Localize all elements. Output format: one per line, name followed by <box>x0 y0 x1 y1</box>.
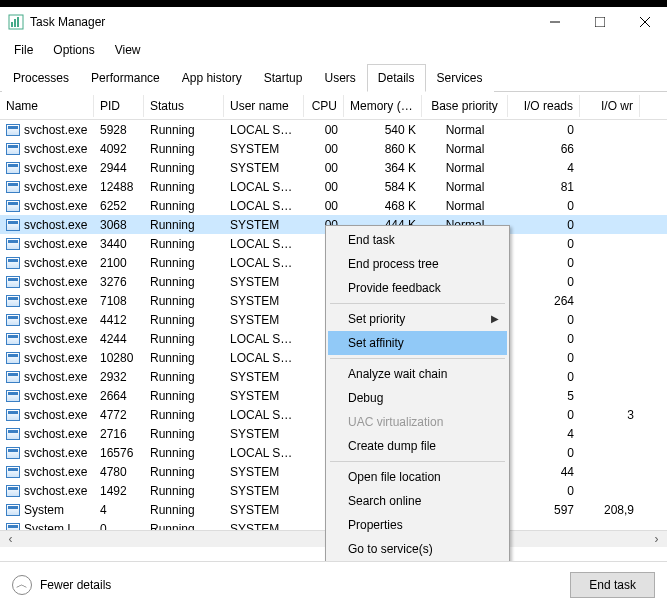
cell-iowr <box>580 129 640 131</box>
menu-item-create-dump-file[interactable]: Create dump file <box>328 434 507 458</box>
table-row[interactable]: svchost.exe6252RunningLOCAL SE...00468 K… <box>0 196 667 215</box>
column-header[interactable]: PID <box>94 95 144 117</box>
process-icon <box>6 390 20 402</box>
cell-pid: 2944 <box>94 160 144 176</box>
cell-pid: 3068 <box>94 217 144 233</box>
cell-user: LOCAL SE... <box>224 179 304 195</box>
cell-ioreads: 0 <box>508 312 580 328</box>
cell-cpu: 00 <box>304 122 344 138</box>
menu-item-properties[interactable]: Properties <box>328 513 507 537</box>
scroll-left-icon[interactable]: ‹ <box>2 532 19 547</box>
cell-pid: 4092 <box>94 141 144 157</box>
column-header[interactable]: I/O reads <box>508 95 580 117</box>
table-row[interactable]: svchost.exe12488RunningLOCAL SE...00584 … <box>0 177 667 196</box>
cell-status: Running <box>144 369 224 385</box>
cell-user: LOCAL SE... <box>224 331 304 347</box>
cell-prio: Normal <box>422 160 508 176</box>
cell-user: SYSTEM <box>224 217 304 233</box>
cell-status: Running <box>144 426 224 442</box>
tab-details[interactable]: Details <box>367 64 426 92</box>
cell-user: SYSTEM <box>224 141 304 157</box>
cell-name: svchost.exe <box>0 255 94 271</box>
svg-rect-5 <box>595 17 605 27</box>
menu-item-search-online[interactable]: Search online <box>328 489 507 513</box>
menu-item-open-file-location[interactable]: Open file location <box>328 465 507 489</box>
cell-iowr <box>580 528 640 530</box>
cell-name: System <box>0 502 94 518</box>
end-task-button[interactable]: End task <box>570 572 655 598</box>
menu-item-provide-feedback[interactable]: Provide feedback <box>328 276 507 300</box>
menu-item-debug[interactable]: Debug <box>328 386 507 410</box>
table-row[interactable]: svchost.exe5928RunningLOCAL SE...00540 K… <box>0 120 667 139</box>
column-header[interactable]: I/O wr <box>580 95 640 117</box>
column-header[interactable]: Name <box>0 95 94 117</box>
cell-pid: 2716 <box>94 426 144 442</box>
menu-item-set-affinity[interactable]: Set affinity <box>328 331 507 355</box>
cell-user: LOCAL SE... <box>224 198 304 214</box>
cell-iowr <box>580 224 640 226</box>
tab-users[interactable]: Users <box>313 64 366 92</box>
menu-item-end-task[interactable]: End task <box>328 228 507 252</box>
cell-user: LOCAL SE... <box>224 255 304 271</box>
menu-item-go-to-service-s-[interactable]: Go to service(s) <box>328 537 507 561</box>
cell-name: svchost.exe <box>0 141 94 157</box>
close-button[interactable] <box>622 7 667 37</box>
cell-pid: 2100 <box>94 255 144 271</box>
menu-item-analyze-wait-chain[interactable]: Analyze wait chain <box>328 362 507 386</box>
process-icon <box>6 238 20 250</box>
cell-name: svchost.exe <box>0 217 94 233</box>
title-bar[interactable]: Task Manager <box>0 7 667 37</box>
column-header[interactable]: User name <box>224 95 304 117</box>
scroll-right-icon[interactable]: › <box>648 532 665 547</box>
cell-name: svchost.exe <box>0 274 94 290</box>
tab-app-history[interactable]: App history <box>171 64 253 92</box>
menu-file[interactable]: File <box>6 39 41 61</box>
cell-user: SYSTEM <box>224 388 304 404</box>
cell-name: svchost.exe <box>0 331 94 347</box>
maximize-button[interactable] <box>577 7 622 37</box>
process-icon <box>6 257 20 269</box>
cell-ioreads: 0 <box>508 217 580 233</box>
cell-cpu: 00 <box>304 198 344 214</box>
cell-ioreads: 0 <box>508 122 580 138</box>
cell-pid: 0 <box>94 521 144 531</box>
cell-ioreads: 0 <box>508 274 580 290</box>
cell-ioreads: 0 <box>508 445 580 461</box>
column-header[interactable]: Memory (a... <box>344 95 422 117</box>
column-header[interactable]: Status <box>144 95 224 117</box>
tab-startup[interactable]: Startup <box>253 64 314 92</box>
cell-name: svchost.exe <box>0 160 94 176</box>
tab-performance[interactable]: Performance <box>80 64 171 92</box>
app-icon <box>8 14 24 30</box>
menu-item-end-process-tree[interactable]: End process tree <box>328 252 507 276</box>
column-header[interactable]: CPU <box>304 95 344 117</box>
cell-iowr <box>580 148 640 150</box>
process-icon <box>6 295 20 307</box>
cell-pid: 5928 <box>94 122 144 138</box>
cell-name: svchost.exe <box>0 388 94 404</box>
cell-name: svchost.exe <box>0 236 94 252</box>
menu-item-set-priority[interactable]: Set priority▶ <box>328 307 507 331</box>
process-icon <box>6 447 20 459</box>
minimize-button[interactable] <box>532 7 577 37</box>
cell-user: SYSTEM <box>224 160 304 176</box>
cell-name: svchost.exe <box>0 426 94 442</box>
process-icon <box>6 428 20 440</box>
cell-status: Running <box>144 388 224 404</box>
cell-mem: 584 K <box>344 179 422 195</box>
menu-view[interactable]: View <box>107 39 149 61</box>
table-row[interactable]: svchost.exe2944RunningSYSTEM00364 KNorma… <box>0 158 667 177</box>
tab-services[interactable]: Services <box>426 64 494 92</box>
table-row[interactable]: svchost.exe4092RunningSYSTEM00860 KNorma… <box>0 139 667 158</box>
menu-options[interactable]: Options <box>45 39 102 61</box>
cell-ioreads: 66 <box>508 141 580 157</box>
column-header[interactable]: Base priority <box>422 95 508 117</box>
cell-status: Running <box>144 331 224 347</box>
process-icon <box>6 200 20 212</box>
cell-iowr <box>580 376 640 378</box>
cell-mem: 468 K <box>344 198 422 214</box>
tab-processes[interactable]: Processes <box>2 64 80 92</box>
cell-name: svchost.exe <box>0 122 94 138</box>
cell-status: Running <box>144 179 224 195</box>
fewer-details-button[interactable]: ︿ Fewer details <box>12 575 111 595</box>
